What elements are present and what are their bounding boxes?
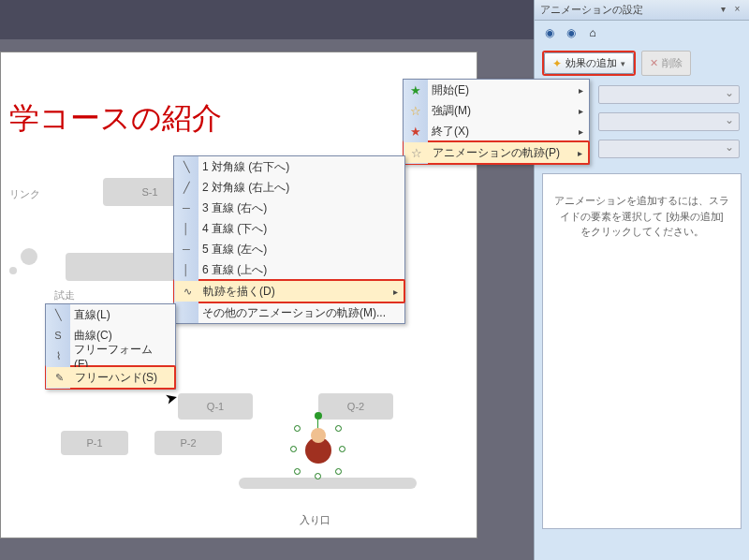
dot-node	[9, 267, 17, 274]
menu-entrance-label: 開始(E)	[432, 82, 469, 98]
freehand-icon: ✎	[51, 372, 67, 384]
line-diag-ur-icon: ╱	[178, 182, 195, 194]
menu-exit-label: 終了(X)	[432, 124, 469, 140]
menu-item-label: 3 直線 (右へ)	[202, 200, 267, 216]
speed-dropdown[interactable]	[598, 140, 740, 158]
menu-freeform-label: フリーフォーム(F)	[74, 342, 158, 371]
entrance-label: 入り口	[300, 513, 330, 527]
menu-draw-highlight: ∿ 軌跡を描く(D)	[173, 279, 405, 303]
wave-icon: ∿	[179, 286, 196, 298]
menu-item-label: 2 対角線 (右上へ)	[202, 180, 289, 196]
menu-line-left[interactable]: ─ 5 直線 (左へ)	[174, 239, 404, 259]
menu-motion-highlight: ☆ アニメーションの軌跡(P)	[403, 140, 590, 165]
line-right-icon: ─	[178, 202, 195, 214]
menu-line-right[interactable]: ─ 3 直線 (右へ)	[174, 198, 404, 218]
rotation-handle[interactable]	[315, 412, 322, 420]
character-object[interactable]	[300, 426, 337, 473]
menu-draw-line[interactable]: ╲ 直線(L)	[46, 304, 175, 325]
link-label: リンク	[9, 187, 40, 201]
pane-home-icon[interactable]: ⌂	[583, 23, 602, 42]
menu-diag-up-right[interactable]: ╱ 2 対角線 (右上へ)	[174, 177, 404, 198]
add-effect-label: 効果の追加	[565, 56, 617, 70]
selection-handle[interactable]	[294, 468, 301, 475]
line-diag-dr-icon: ╲	[178, 161, 195, 173]
line-left-icon: ─	[178, 243, 195, 255]
menu-entrance[interactable]: ★ 開始(E)	[404, 80, 589, 100]
selection-handle[interactable]	[335, 468, 342, 475]
menu-exit[interactable]: ★ 終了(X)	[404, 121, 589, 141]
menu-item-label: 5 直線 (左へ)	[202, 242, 267, 258]
selection-handle[interactable]	[315, 473, 321, 479]
pane-header: アニメーションの設定 ▾ ×	[535, 0, 749, 21]
line-icon: ╲	[50, 309, 66, 321]
menu-emphasis[interactable]: ☆ 強調(M)	[404, 100, 589, 121]
menu-draw-label: 軌跡を描く(D)	[203, 284, 275, 300]
box-q1: Q-1	[178, 393, 253, 420]
line-up-icon: │	[178, 264, 195, 275]
menu-line-label: 直線(L)	[74, 307, 110, 323]
star-red-icon: ★	[407, 125, 424, 139]
box-p2: P-2	[154, 431, 222, 455]
remove-label: 削除	[662, 56, 683, 70]
circle-node	[21, 248, 37, 265]
selection-handle[interactable]	[294, 425, 301, 432]
selection-handle[interactable]	[335, 425, 342, 432]
menu-draw-path[interactable]: ∿ 軌跡を描く(D)	[175, 281, 404, 302]
menu-item-label: 4 直線 (下へ)	[202, 221, 267, 237]
property-dropdown[interactable]	[598, 112, 740, 131]
menu-diag-down-right[interactable]: ╲ 1 対角線 (右下へ)	[174, 156, 404, 177]
remove-effect-button[interactable]: ✕ 削除	[641, 51, 691, 76]
effect-category-menu: ★ 開始(E) ☆ 強調(M) ★ 終了(X) ☆ アニメーションの軌跡(P)	[403, 79, 590, 165]
menu-draw-freehand[interactable]: ✎ フリーハンド(S)	[47, 367, 174, 388]
star-icon: ✦	[552, 57, 562, 70]
menu-line-down[interactable]: │ 4 直線 (下へ)	[174, 218, 404, 239]
menu-freehand-label: フリーハンド(S)	[75, 370, 157, 386]
star-orange-icon: ☆	[407, 104, 424, 118]
entrance-bar	[239, 478, 417, 489]
menu-item-label: 1 対角線 (右下へ)	[202, 159, 289, 175]
motion-path-menu: ╲ 1 対角線 (右下へ) ╱ 2 対角線 (右上へ) ─ 3 直線 (右へ) …	[173, 155, 405, 324]
menu-more-paths[interactable]: その他のアニメーションの軌跡(M)...	[174, 302, 404, 323]
pane-title: アニメーションの設定	[540, 3, 643, 17]
menu-draw-freeform[interactable]: ⌇ フリーフォーム(F)	[46, 346, 175, 366]
start-dropdown[interactable]	[598, 85, 740, 104]
menu-motion-path[interactable]: ☆ アニメーションの軌跡(P)	[404, 142, 588, 163]
test-label: 試走	[54, 288, 75, 302]
menu-motion-label: アニメーションの軌跡(P)	[433, 145, 560, 161]
freeform-icon: ⌇	[50, 350, 66, 362]
selection-handle[interactable]	[290, 446, 297, 452]
box-p1: P-1	[61, 431, 128, 455]
menu-freehand-highlight: ✎ フリーハンド(S)	[45, 365, 176, 390]
add-effect-highlight: ✦ 効果の追加 ▾	[542, 51, 636, 76]
pane-toolbar: ◉ ◉ ⌂	[535, 21, 749, 45]
pane-back-icon[interactable]: ◉	[540, 23, 559, 42]
menu-emphasis-label: 強調(M)	[432, 103, 471, 119]
slide-title: 学コースの紹介	[9, 98, 222, 140]
line-down-icon: │	[178, 223, 195, 234]
add-effect-button[interactable]: ✦ 効果の追加 ▾	[544, 52, 634, 74]
menu-item-label: 6 直線 (上へ)	[202, 262, 267, 278]
curve-icon: S	[50, 330, 66, 341]
pane-forward-icon[interactable]: ◉	[562, 23, 580, 42]
effect-list: アニメーションを追加するには、スライドの要素を選択して [効果の追加] をクリッ…	[542, 173, 742, 529]
dropdown-arrow-icon: ▾	[621, 59, 625, 68]
selection-handle[interactable]	[339, 446, 345, 452]
star-outline-icon: ☆	[408, 146, 425, 160]
pane-close-icon[interactable]: ×	[731, 4, 743, 16]
star-green-icon: ★	[407, 83, 424, 97]
pane-dropdown-icon[interactable]: ▾	[717, 4, 729, 16]
remove-x-icon: ✕	[650, 57, 658, 69]
menu-line-up[interactable]: │ 6 直線 (上へ)	[174, 259, 404, 280]
effect-hint: アニメーションを追加するには、スライドの要素を選択して [効果の追加] をクリッ…	[554, 195, 729, 237]
box-q2: Q-2	[318, 393, 393, 420]
draw-type-menu: ╲ 直線(L) S 曲線(C) ⌇ フリーフォーム(F) ✎ フリーハンド(S)	[45, 303, 176, 390]
menu-more-label: その他のアニメーションの軌跡(M)...	[202, 305, 386, 321]
